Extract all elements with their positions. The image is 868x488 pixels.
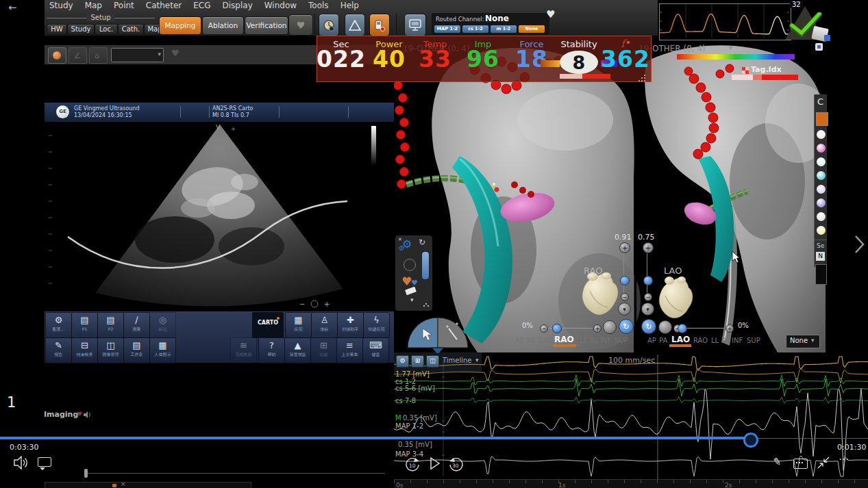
chevron-down-icon[interactable]: ▾ — [475, 357, 479, 363]
left-zoom-track[interactable] — [623, 253, 624, 293]
right-ori-ap[interactable]: AP — [647, 337, 656, 344]
right-zoom-handle[interactable] — [643, 276, 653, 285]
menu-study[interactable]: Study — [49, 1, 73, 10]
tag-ball-pink-white[interactable] — [817, 130, 826, 139]
right-zoom-track[interactable] — [647, 253, 647, 293]
us-report-button[interactable]: ✎报告 — [45, 337, 72, 363]
left-zoom-reset-button[interactable]: ▾ — [618, 303, 631, 316]
zoom-pill-slider[interactable] — [421, 251, 430, 280]
ecg-add-chart-button[interactable]: ⊞ — [411, 355, 424, 368]
projection-button[interactable] — [345, 14, 365, 36]
menu-tools[interactable]: Tools — [308, 1, 329, 10]
tool-button-2[interactable]: ∠ — [69, 47, 87, 64]
us-print2-button[interactable]: ▤P2 — [97, 312, 124, 338]
captions-button[interactable] — [38, 457, 51, 467]
lao-reference-heart[interactable] — [654, 274, 694, 322]
right-zoom-out-button[interactable]: − — [644, 293, 652, 301]
setup-study-button[interactable]: Study — [67, 24, 95, 35]
menu-ecg[interactable]: ECG — [193, 1, 210, 10]
us-worksheet-button[interactable]: ▤工作表 — [123, 337, 150, 363]
expand-panel-button[interactable] — [854, 234, 866, 255]
back-arrow-button[interactable]: ← — [8, 1, 17, 14]
menu-map[interactable]: Map — [85, 1, 102, 10]
coloring-dropdown[interactable]: None ▾ — [786, 335, 820, 348]
left-ori-sup[interactable]: SUP — [615, 337, 628, 344]
left-ori-ll[interactable]: LL — [580, 337, 587, 344]
left-ori-lao[interactable]: LAO — [539, 337, 553, 344]
tag-ball-yellow[interactable] — [817, 226, 826, 235]
menu-window[interactable]: Window — [264, 1, 297, 10]
left-ori-rao[interactable]: RAO — [554, 335, 574, 344]
mini-window-icon[interactable] — [815, 43, 823, 51]
right-ori-sup[interactable]: SUP — [747, 337, 760, 344]
right-ori-pa[interactable]: PA — [659, 337, 667, 344]
right-ori-lao[interactable]: LAO — [671, 335, 690, 344]
secondary-scrub-track[interactable] — [86, 473, 384, 474]
right-fill-plus-button[interactable]: + — [726, 324, 734, 333]
tag-ball-lavender[interactable] — [817, 185, 826, 194]
close-icon[interactable]: ✕ — [398, 237, 402, 242]
collapse-view-button[interactable] — [817, 456, 830, 470]
right-ori-ll[interactable]: LL — [711, 337, 719, 344]
setup-cath-button[interactable]: Cath. — [118, 24, 144, 35]
tag-ball-magenta[interactable] — [817, 144, 826, 153]
timer-button[interactable] — [319, 14, 339, 36]
map-mode-dial[interactable] — [406, 308, 469, 353]
screen-layout-button[interactable] — [404, 14, 426, 36]
right-sphere-view-button[interactable] — [658, 320, 672, 334]
us-apply-button[interactable]: ▦应用 — [285, 312, 312, 338]
us-end-exam-button[interactable]: ⊟结束检查 — [71, 337, 98, 363]
channel-m12-button[interactable]: m 1-2 — [491, 25, 517, 33]
ecg-settings-button[interactable]: ⚙ — [396, 355, 409, 368]
menu-point[interactable]: Point — [114, 1, 134, 10]
us-wireless-button[interactable]: ≋无线数据 — [230, 337, 257, 363]
tool-button-3[interactable]: ⌂ — [89, 47, 108, 64]
setup-hw-button[interactable]: HW — [47, 24, 67, 35]
catheter-view-button[interactable]: ♥ — [288, 14, 313, 36]
channel-cs12-button[interactable]: cs 1-2 — [462, 25, 488, 33]
right-zoom-in-button[interactable]: + — [643, 242, 654, 253]
us-keyboard-button[interactable]: ⌨键盘 — [362, 337, 389, 363]
probe-active-button[interactable] — [48, 47, 66, 64]
ultrasound-image[interactable]: V + − + — [45, 122, 394, 311]
us-measure-button[interactable]: ∕测量 — [123, 312, 150, 338]
tag-ball-purple[interactable] — [817, 198, 826, 207]
us-image-mgmt-button[interactable]: ◫图像管理 — [97, 337, 124, 363]
window-close-icon[interactable]: × — [121, 480, 126, 487]
palette-swatch-orange[interactable] — [816, 112, 828, 126]
heart-edit-icon[interactable]: ♥ — [401, 274, 412, 288]
ablation-button[interactable]: Ablation — [202, 16, 244, 35]
palette-n-button[interactable]: N — [816, 252, 825, 261]
setup-loc-button[interactable]: Loc. — [95, 24, 118, 35]
right-fill-track[interactable] — [682, 328, 724, 329]
video-progress-bar[interactable] — [0, 437, 749, 439]
left-zoom-handle[interactable] — [620, 276, 630, 285]
right-rotate-view-button[interactable]: ↻ — [641, 319, 656, 334]
tag-ball-light-cyan[interactable] — [817, 157, 826, 166]
resize-grip[interactable] — [644, 75, 645, 76]
preset-dropdown[interactable]: ▾ — [111, 48, 164, 62]
skip-back-button[interactable]: 10 — [404, 456, 421, 472]
right-ori-rl[interactable]: RL — [721, 337, 730, 344]
us-compare-button[interactable]: ⊞比较 — [310, 337, 337, 363]
imaging-section-label[interactable]: Imaging — [44, 410, 78, 419]
video-progress-remaining[interactable] — [754, 438, 868, 439]
left-ori-ap[interactable]: AP — [515, 337, 524, 344]
secondary-scrub-handle[interactable] — [84, 469, 88, 478]
speaker-button[interactable] — [14, 456, 30, 470]
resize-grip[interactable] — [425, 303, 427, 305]
pan-pad[interactable] — [399, 253, 419, 276]
left-sphere-view-button[interactable] — [603, 320, 617, 334]
us-figure-button[interactable]: ▦人体图示 — [149, 337, 176, 363]
us-print1-button[interactable]: ▤P1 — [71, 312, 98, 338]
routed-channel-value[interactable]: None — [485, 14, 509, 23]
chevron-down-icon[interactable]: ▾ — [729, 44, 732, 51]
left-fill-minus-button[interactable]: − — [540, 324, 548, 333]
menu-display[interactable]: Display — [223, 1, 253, 10]
channel-map12-button[interactable]: MAP 1-2 — [434, 25, 460, 33]
rotate-icon[interactable]: ↻ — [419, 237, 425, 247]
more-options-button[interactable]: ⋯ — [839, 453, 850, 465]
mapping-button[interactable]: Mapping — [159, 16, 201, 35]
left-ori-inf[interactable]: INF — [600, 337, 611, 344]
us-help-button[interactable]: ?帮助 — [258, 337, 285, 363]
